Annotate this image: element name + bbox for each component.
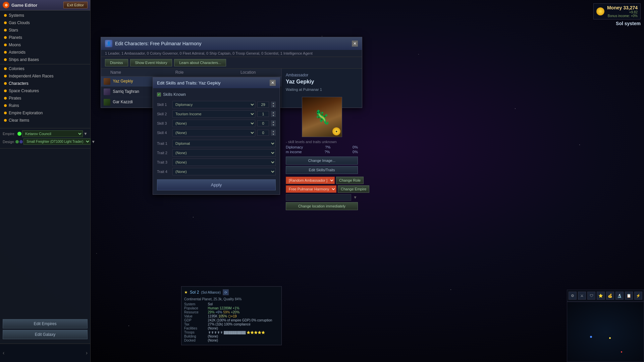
sidebar-item-space-creatures[interactable]: Space Creatures — [0, 87, 90, 95]
skills-dialog-title: Edit Skills and Traits: Yaz Gepkiy — [157, 80, 221, 85]
toolbar-icon-4[interactable]: ⭐ — [597, 292, 605, 300]
minimap-next[interactable]: › — [86, 350, 88, 356]
resource-label: Resource — [184, 310, 205, 314]
skill-2-down[interactable]: ▼ — [271, 114, 276, 117]
sidebar-item-asteroids[interactable]: Asteroids — [0, 49, 90, 56]
sidebar-item-clear-items[interactable]: Clear Items — [0, 117, 90, 124]
toolbar-icon-6[interactable]: 🔬 — [615, 292, 624, 300]
moons-dot — [4, 44, 7, 46]
troops-label: Troops — [184, 330, 205, 334]
skill-2-up[interactable]: ▲ — [271, 111, 276, 114]
sidebar-item-alien-races[interactable]: Independent Alien Races — [0, 72, 90, 80]
skill-1-down[interactable]: ▼ — [271, 105, 276, 108]
gdp-value: 242K (100% of empire GDP) 0% corruption — [208, 318, 279, 322]
toolbar-icon-8[interactable]: ⚡ — [634, 292, 642, 300]
trait-4-label: Trait 4 — [157, 170, 170, 174]
sidebar-item-moons[interactable]: Moons — [0, 41, 90, 49]
dismiss-button[interactable]: Dismiss — [105, 59, 128, 66]
change-image-button[interactable]: Change Image... — [286, 157, 358, 165]
planet-star-icon: ★ — [184, 290, 188, 295]
skills-known-checkbox[interactable] — [157, 93, 161, 97]
change-empire-button[interactable]: Change Empire — [338, 185, 369, 193]
edit-galaxy-button[interactable]: Edit Galaxy — [3, 330, 88, 339]
toolbar-icon-5[interactable]: 💰 — [606, 292, 614, 300]
char-action-buttons: Change Image... Edit Skills/Traits — [286, 157, 358, 174]
toolbar-icon-3[interactable]: 🛡 — [587, 292, 595, 300]
selected-char-role: Ambassador — [286, 73, 358, 77]
toolbar-icon-2[interactable]: ⚔ — [578, 292, 586, 300]
toolbar-icon-7[interactable]: 📋 — [625, 292, 633, 300]
tax-label: Tax — [184, 322, 205, 326]
change-location-button[interactable]: Change location immediately — [286, 202, 358, 210]
show-event-history-button[interactable]: Show Event History — [130, 59, 172, 66]
money-amount: Money 33,274 — [607, 5, 638, 10]
minimap[interactable] — [567, 302, 644, 362]
exit-editor-button[interactable]: Exit Editor — [63, 2, 88, 8]
resource-value: 29% +6% 59% +20% — [208, 310, 279, 314]
empire-select[interactable]: Ketarov Council — [22, 130, 83, 137]
skill-2-select[interactable]: Tourism Income — [172, 110, 255, 118]
skill-1-label: Skill 1 — [157, 103, 170, 107]
skill-1-select[interactable]: Diplomacy — [172, 101, 255, 108]
design-select[interactable]: Small Freighter (DT1000 Light Trader) — [23, 138, 91, 145]
sidebar-item-colonies[interactable]: Colonies — [0, 65, 90, 72]
skill-2-spinner: ▲ ▼ — [271, 111, 276, 117]
edit-skills-traits-button[interactable]: Edit Skills/Traits — [286, 166, 358, 174]
skill-3-up[interactable]: ▲ — [271, 120, 276, 123]
skill-1-value[interactable] — [257, 102, 269, 108]
chars-right-panel: Ambassador Yaz Gepkiy Waiting at Pulmana… — [281, 69, 362, 108]
skill-3-select[interactable]: (None) — [172, 120, 255, 127]
toolbar-icon-1[interactable]: ⚙ — [569, 292, 577, 300]
design-dropdown-icon[interactable]: ▼ — [91, 139, 95, 144]
diplomacy-val: ?% — [325, 145, 330, 149]
edit-skills-dialog: Edit Skills and Traits: Yaz Gepkiy ✕ Ski… — [153, 77, 280, 195]
skill-4-up[interactable]: ▲ — [271, 130, 276, 133]
planet-refresh-button[interactable]: ⟳ — [223, 289, 229, 295]
change-empire-select[interactable]: Free Pulmanar Harmony — [286, 185, 336, 193]
empire-dropdown-icon[interactable]: ▼ — [84, 131, 88, 136]
minimap-prev[interactable]: ‹ — [3, 350, 4, 356]
sidebar-item-systems[interactable]: Systems — [0, 12, 90, 19]
location-input[interactable] — [286, 194, 351, 201]
skill-1-up[interactable]: ▲ — [271, 102, 276, 105]
sol-system-label: Sol system — [593, 21, 641, 26]
skill-4-select[interactable]: (None) — [172, 129, 255, 136]
skill-3-down[interactable]: ▼ — [271, 123, 276, 126]
change-role-select[interactable]: [Random Ambassador ] — [286, 177, 335, 184]
minimap-dot-yellow — [609, 337, 611, 339]
trait-3-select[interactable]: (None) — [172, 159, 276, 166]
skill-4-down[interactable]: ▼ — [271, 133, 276, 136]
skill-4-value[interactable] — [257, 130, 269, 136]
trait-4-select[interactable]: (None) — [172, 168, 276, 175]
skills-close-button[interactable]: ✕ — [270, 80, 276, 86]
sidebar-item-planets[interactable]: Planets — [0, 34, 90, 41]
location-dropdown-icon[interactable]: ▼ — [353, 195, 357, 200]
sidebar-item-empire-exploration[interactable]: Empire Exploration — [0, 109, 90, 117]
char-avatar-1 — [104, 78, 110, 85]
planet-grid: System Sol Populace Human 12289M +1% Res… — [184, 302, 279, 342]
sidebar-item-stars[interactable]: Stars — [0, 26, 90, 34]
sidebar-item-characters-label: Characters — [9, 81, 29, 86]
learn-about-characters-button[interactable]: Learn about Characters... — [174, 59, 226, 66]
sidebar-item-ships-bases[interactable]: Ships and Bases — [0, 56, 90, 63]
sidebar-item-gas-clouds[interactable]: Gas Clouds — [0, 19, 90, 26]
change-location-row: ▼ — [286, 194, 358, 201]
skill-2-value[interactable] — [257, 111, 269, 117]
sidebar-item-ruins[interactable]: Ruins — [0, 102, 90, 109]
char-name-3: Gar Kazzdi — [113, 100, 132, 104]
sidebar-item-pirates[interactable]: Pirates — [0, 95, 90, 102]
diplomacy-label: Diplomacy — [286, 145, 303, 149]
change-role-button[interactable]: Change Role — [336, 177, 364, 184]
empire-design-section: Empire Ketarov Council ▼ Design Small Fr… — [0, 128, 90, 148]
trait-2-select[interactable]: (None) — [172, 149, 276, 157]
main-area: 👤 Edit Characters: Free Pulmanar Harmony… — [91, 0, 644, 362]
game-editor-icon: ⚙ — [3, 2, 9, 8]
empire-color-dot — [17, 132, 21, 136]
skill-3-value[interactable] — [257, 120, 269, 126]
empire-row: Empire Ketarov Council ▼ — [3, 130, 88, 137]
apply-button[interactable]: Apply — [157, 179, 276, 190]
edit-chars-close-button[interactable]: ✕ — [352, 41, 358, 47]
sidebar-item-characters[interactable]: Characters — [0, 80, 90, 87]
trait-1-select[interactable]: Diplomat — [172, 140, 276, 147]
edit-empires-button[interactable]: Edit Empires — [3, 319, 88, 328]
